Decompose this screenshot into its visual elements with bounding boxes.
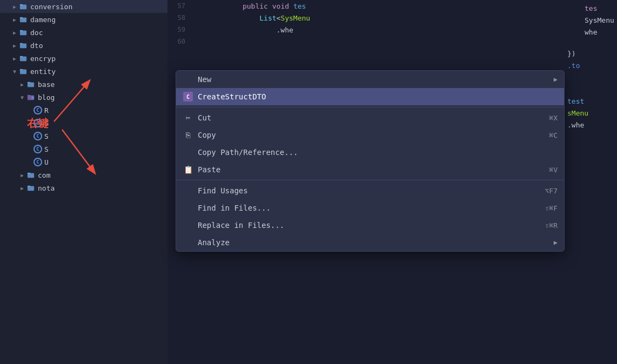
folder-icon-conversion	[18, 3, 28, 10]
menu-item-find-in-files[interactable]: Find in Files... ⇧⌘F	[176, 199, 564, 217]
menu-item-replace-in-files[interactable]: Replace in Files... ⇧⌘R	[176, 217, 564, 234]
menu-item-cut-shortcut: ⌘X	[549, 114, 558, 122]
tree-item-entity[interactable]: ▼ entity	[0, 65, 167, 78]
menu-item-create-struct-dto[interactable]: C CreateStructDTO	[176, 88, 564, 105]
tree-label-nota: nota	[38, 184, 55, 192]
tree-label-S3: S	[44, 145, 49, 153]
copy-path-icon	[183, 147, 193, 158]
tree-arrow-nota: ▶	[18, 185, 26, 191]
tree-item-S3[interactable]: ▶ C S	[0, 143, 167, 156]
tree-arrow-dto: ▶	[11, 43, 18, 49]
tree-item-conversion[interactable]: ▶ conversion	[0, 0, 167, 13]
svg-rect-22	[28, 95, 30, 97]
svg-rect-2	[21, 5, 26, 9]
line-number-59: 59	[167, 26, 192, 33]
menu-item-new-icon	[183, 74, 193, 85]
folder-icon-base	[26, 80, 36, 88]
tree-arrow-conversion: ▶	[11, 4, 18, 10]
tree-label-S2: S	[44, 132, 49, 140]
menu-item-cut-label: Cut	[198, 113, 549, 122]
tree-item-S2[interactable]: ▶ C S	[0, 130, 167, 143]
tree-label-encryp: encryp	[30, 55, 56, 63]
svg-rect-17	[21, 70, 26, 73]
tree-item-com[interactable]: ▶ com	[0, 168, 167, 181]
svg-rect-29	[28, 186, 34, 190]
tree-label-blog: blog	[38, 93, 55, 102]
svg-point-23	[31, 96, 34, 99]
folder-icon-nota	[26, 184, 36, 192]
separator-2	[176, 180, 564, 180]
whe-text: whe	[585, 26, 617, 38]
file-tree-panel: ▶ conversion ▶ dameng ▶	[0, 0, 167, 364]
class-icon-S3: C	[33, 145, 42, 153]
tree-item-base[interactable]: ▶ base	[0, 78, 167, 91]
tree-label-entity: entity	[30, 68, 56, 76]
menu-item-copy-path-label: Copy Path/Reference...	[198, 148, 558, 157]
tree-label-dameng: dameng	[30, 16, 56, 24]
folder-icon-doc	[18, 29, 28, 36]
folder-icon-dto	[18, 42, 28, 49]
menu-item-copy-path[interactable]: Copy Path/Reference...	[176, 144, 564, 161]
tree-arrow-blog: ▼	[18, 95, 26, 100]
menu-item-new-arrow: ▶	[554, 76, 558, 83]
menu-item-find-usages-label: Find Usages	[198, 186, 545, 195]
menu-item-cut[interactable]: ✂ Cut ⌘X	[176, 109, 564, 126]
folder-icon-encryp	[18, 55, 28, 62]
tree-label-com: com	[38, 171, 50, 179]
code-lines: 57 public void tes 58 List<SysMenu 59 .w…	[167, 0, 617, 48]
tree-item-blog[interactable]: ▼ blog	[0, 91, 167, 104]
menu-item-find-usages[interactable]: Find Usages ⌥F7	[176, 182, 564, 199]
tree-label-R: R	[44, 106, 49, 114]
menu-item-analyze-label: Analyze	[198, 238, 549, 247]
menu-item-new[interactable]: New ▶	[176, 71, 564, 88]
tree-arrow-doc: ▶	[11, 30, 18, 36]
tree-item-dameng[interactable]: ▶ dameng	[0, 13, 167, 26]
tree-item-dto[interactable]: ▶ dto	[0, 39, 167, 52]
tree-label-U: U	[44, 158, 49, 166]
find-usages-icon	[183, 185, 193, 196]
folder-icon-com	[26, 171, 36, 179]
replace-in-files-icon	[183, 220, 193, 231]
menu-item-paste-label: Paste	[198, 165, 549, 174]
tree-label-doc: doc	[30, 29, 43, 37]
line-number-60: 60	[167, 38, 192, 45]
tree-item-doc[interactable]: ▶ doc	[0, 26, 167, 39]
copy-icon: ⎘	[183, 130, 193, 140]
folder-icon-blog	[26, 93, 36, 101]
paste-icon: 📋	[183, 164, 193, 175]
find-in-files-icon	[183, 203, 193, 213]
tree-item-S1[interactable]: ▶ C S	[0, 117, 167, 130]
menu-item-analyze[interactable]: Analyze ▶	[176, 234, 564, 251]
svg-rect-11	[21, 44, 26, 48]
menu-item-replace-in-files-shortcut: ⇧⌘R	[545, 221, 558, 230]
svg-rect-5	[21, 18, 26, 22]
tree-item-nota[interactable]: ▶ nota	[0, 181, 167, 194]
folder-icon-dameng	[18, 16, 28, 23]
class-icon-U: C	[33, 158, 42, 166]
tree-label-dto: dto	[30, 42, 43, 50]
class-icon-R: C	[33, 106, 42, 114]
svg-rect-14	[21, 57, 26, 60]
menu-item-find-usages-shortcut: ⌥F7	[545, 187, 558, 195]
menu-item-paste[interactable]: 📋 Paste ⌘V	[176, 161, 564, 178]
menu-item-new-label: New	[198, 75, 549, 84]
tree-arrow-dameng: ▶	[11, 17, 18, 23]
tree-item-U[interactable]: ▶ C U	[0, 156, 167, 168]
context-menu: New ▶ C CreateStructDTO ✂ Cut ⌘X ⎘ Copy …	[176, 70, 565, 252]
svg-rect-8	[21, 31, 26, 35]
menu-item-create-struct-dto-label: CreateStructDTO	[198, 92, 558, 101]
menu-item-copy[interactable]: ⎘ Copy ⌘C	[176, 126, 564, 144]
menu-item-analyze-arrow: ▶	[554, 239, 558, 246]
menu-item-paste-shortcut: ⌘V	[549, 166, 558, 174]
analyze-icon	[183, 237, 193, 248]
tree-arrow-base: ▶	[18, 82, 26, 87]
create-struct-dto-icon: C	[183, 91, 193, 102]
folder-icon-entity	[18, 68, 28, 75]
tree-item-encryp[interactable]: ▶ encryp	[0, 52, 167, 65]
menu-item-copy-label: Copy	[198, 131, 549, 139]
tree-item-R[interactable]: ▶ C R	[0, 104, 167, 117]
class-icon-S2: C	[33, 132, 42, 140]
menu-item-find-in-files-label: Find in Files...	[198, 204, 545, 212]
menu-item-copy-shortcut: ⌘C	[549, 131, 558, 139]
tree-arrow-encryp: ▶	[11, 56, 18, 62]
